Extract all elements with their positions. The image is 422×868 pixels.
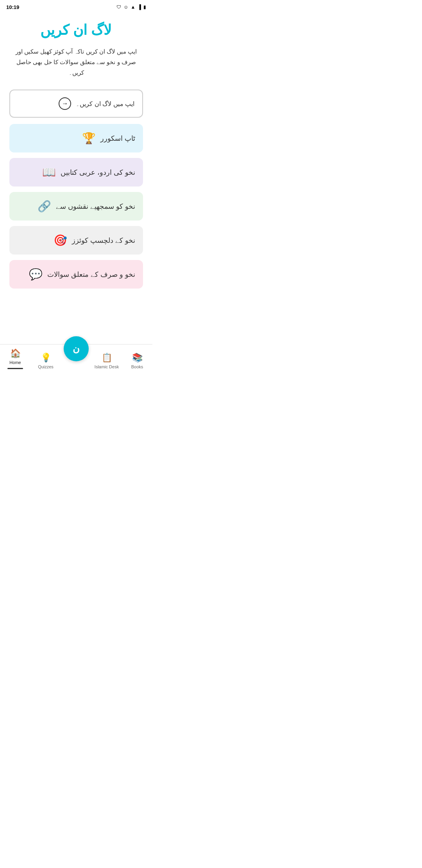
questions-label: نخو و صرف کے متعلق سوالات [47, 270, 135, 279]
books-nav-icon: 📚 [132, 353, 143, 363]
quizzes-nav-label: Quizzes [38, 364, 54, 369]
shield-icon: 🛡 [116, 4, 121, 10]
top-scorer-label: ٹاپ اسکورر [100, 134, 135, 143]
nav-quizzes[interactable]: 💡 Quizzes [30, 353, 61, 371]
books-nav-label: Books [131, 364, 143, 369]
nav-home[interactable]: 🏠 Home [0, 348, 30, 371]
signal-icon: ▐ [138, 4, 141, 10]
status-bar: 10:19 🛡 ☺ ▲ ▐ ▮ [0, 0, 152, 14]
book-icon: 📖 [42, 166, 56, 179]
home-icon: 🏠 [10, 348, 21, 359]
quizzes-card[interactable]: 🎯 نخو کے دلچسپ کوئزز [9, 226, 143, 255]
nav-islamic-desk[interactable]: 📋 Islamic Desk [91, 353, 122, 371]
wifi-icon: ▲ [131, 4, 136, 10]
login-button[interactable]: → ایپ میں لاگ ان کریں۔ [9, 90, 143, 118]
diagrams-card[interactable]: 🔗 نخو کو سمجھیے نقشوں سے [9, 192, 143, 221]
questions-card[interactable]: 💬 نخو و صرف کے متعلق سوالات [9, 260, 143, 289]
quiz-icon: 🎯 [54, 234, 67, 247]
network-icon: 🔗 [38, 200, 51, 213]
books-label: نخو کی اردو، عربی کتابیں [61, 168, 135, 177]
login-arrow-icon: → [59, 97, 71, 110]
home-label: Home [9, 360, 21, 365]
status-icons: 🛡 ☺ ▲ ▐ ▮ [116, 4, 146, 10]
books-card[interactable]: 📖 نخو کی اردو، عربی کتابیں [9, 158, 143, 187]
top-scorer-card[interactable]: 🏆 ٹاپ اسکورر [9, 124, 143, 152]
quizzes-label: نخو کے دلچسپ کوئزز [72, 236, 135, 245]
login-button-text: ایپ میں لاگ ان کریں۔ [76, 100, 134, 108]
islamic-desk-label: Islamic Desk [95, 364, 119, 369]
smile-icon: ☺ [123, 4, 128, 10]
battery-icon: ▮ [143, 4, 146, 10]
islamic-desk-icon: 📋 [102, 353, 112, 363]
page-description: ایپ میں لاگ ان کریں تاکہ آپ کوئز کھیل سک… [9, 46, 143, 78]
trophy-icon: 🏆 [82, 132, 96, 145]
nav-center[interactable]: ن [61, 336, 91, 363]
status-time: 10:19 [6, 4, 19, 10]
chat-icon: 💬 [29, 268, 43, 281]
diagrams-label: نخو کو سمجھیے نقشوں سے [56, 202, 135, 211]
nav-books[interactable]: 📚 Books [122, 353, 152, 371]
quizzes-nav-icon: 💡 [41, 353, 51, 363]
main-content: لاگ ان کریں ایپ میں لاگ ان کریں تاکہ آپ … [0, 14, 152, 344]
active-indicator [7, 368, 23, 369]
logo-text: ن [73, 343, 80, 354]
page-title: لاگ ان کریں [40, 22, 112, 38]
bottom-nav: 🏠 Home 💡 Quizzes ن 📋 Islamic Desk 📚 Book… [0, 344, 152, 375]
logo-circle: ن [64, 336, 89, 361]
